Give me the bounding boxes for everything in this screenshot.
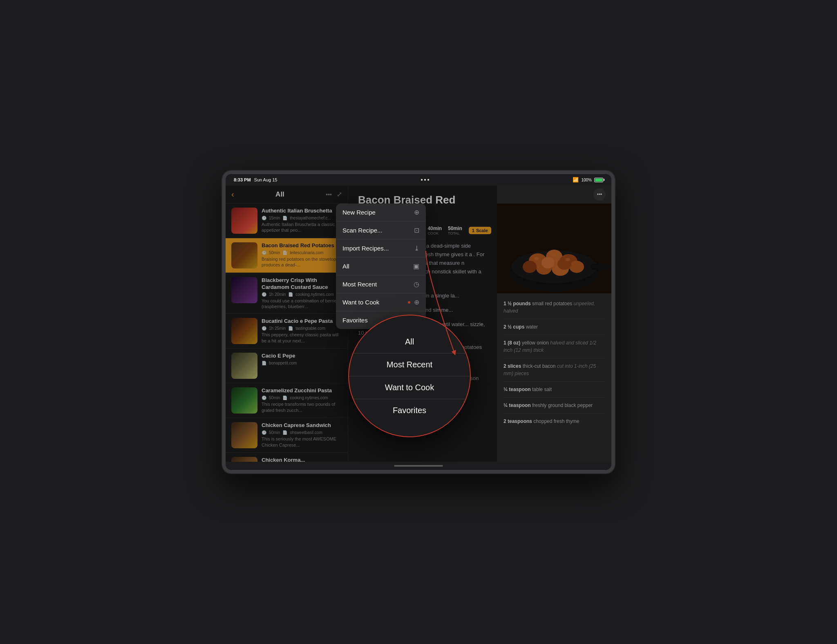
menu-item-new-recipe[interactable]: New Recipe ⊕ xyxy=(336,203,426,221)
circle-menu-item-favorites[interactable]: Favorites xyxy=(349,399,470,422)
menu-item-label: Most Recent xyxy=(342,281,377,288)
menu-item-label: All xyxy=(342,263,349,270)
circle-menu-item-want-to-cook[interactable]: Want to Cook xyxy=(349,376,470,399)
menu-item-label: Import Recipes... xyxy=(342,245,389,252)
app-content: ‹ All ••• ⤢ Authentic Italian Bruschetta… xyxy=(226,186,611,462)
menu-item-want-to-cook[interactable]: Want to Cook ⊕ xyxy=(336,293,426,311)
scan-icon: ⊡ xyxy=(414,226,419,234)
home-indicator-bar xyxy=(394,465,443,467)
status-time: 8:33 PM xyxy=(234,177,251,182)
ipad-frame: 8:33 PM Sun Aug 15 📶 100% ‹ All ••• ⤢ xyxy=(222,171,615,473)
menu-item-label: Scan Recipe... xyxy=(342,227,383,234)
status-center-dots xyxy=(421,179,429,181)
status-date: Sun Aug 15 xyxy=(254,177,278,182)
all-icon: ▣ xyxy=(413,262,419,270)
battery-label: 100% xyxy=(581,178,592,182)
recent-icon: ◷ xyxy=(414,280,419,288)
menu-item-scan-recipe[interactable]: Scan Recipe... ⊡ xyxy=(336,221,426,239)
want-to-cook-icon: ⊕ xyxy=(414,298,419,306)
menu-item-label: Favorites xyxy=(342,317,368,324)
menu-item-all[interactable]: All ▣ xyxy=(336,257,426,275)
home-indicator xyxy=(226,462,611,470)
import-icon: ⤓ xyxy=(414,244,419,252)
wifi-icon: 📶 xyxy=(573,177,579,183)
circle-menu: All Most Recent Want to Cook Favorites xyxy=(348,315,471,437)
circle-menu-item-all[interactable]: All xyxy=(349,331,470,353)
battery-icon xyxy=(594,178,603,182)
menu-item-label: New Recipe xyxy=(342,209,376,216)
menu-item-import-recipes[interactable]: Import Recipes... ⤓ xyxy=(336,239,426,257)
menu-item-label: Want to Cook xyxy=(342,299,379,306)
status-right: 📶 100% xyxy=(573,177,603,183)
status-bar: 8:33 PM Sun Aug 15 📶 100% xyxy=(226,174,611,186)
menu-item-most-recent[interactable]: Most Recent ◷ xyxy=(336,275,426,293)
new-recipe-icon: ⊕ xyxy=(414,208,419,216)
circle-menu-item-most-recent[interactable]: Most Recent xyxy=(349,353,470,376)
dropdown-menu: New Recipe ⊕ Scan Recipe... ⊡ Import Rec… xyxy=(336,203,426,329)
